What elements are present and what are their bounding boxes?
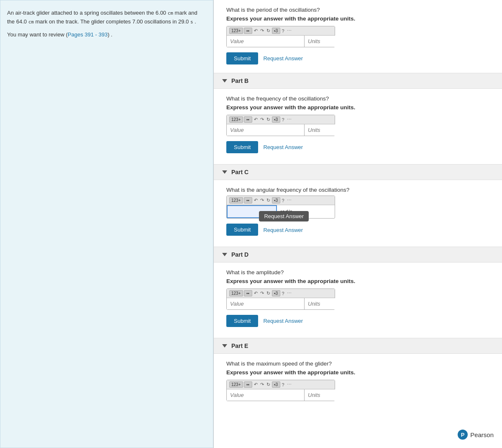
toolbar-question-icon[interactable]: ? bbox=[281, 28, 285, 34]
toolbar-123-btn[interactable]: 123+ bbox=[229, 28, 243, 34]
toolbar-b-123-btn[interactable]: 123+ bbox=[229, 116, 243, 123]
toolbar-b-icon-btn[interactable]: ▪▪ bbox=[244, 116, 252, 123]
toolbar-e-undo-icon[interactable]: ↶ bbox=[253, 381, 259, 388]
part-e-arrow[interactable] bbox=[222, 344, 227, 348]
part-a-value-input[interactable] bbox=[227, 36, 305, 47]
toolbar-c-123-btn[interactable]: 123+ bbox=[229, 197, 243, 203]
toolbar-d-matrix-btn[interactable]: ▪3 bbox=[272, 290, 280, 296]
toolbar-c-question-icon[interactable]: ? bbox=[281, 198, 285, 203]
toolbar-refresh-icon[interactable]: ↻ bbox=[266, 28, 271, 34]
part-d-title: Part D bbox=[231, 251, 248, 258]
toolbar-b-undo-icon[interactable]: ↶ bbox=[253, 116, 259, 123]
toolbar-e-refresh-icon[interactable]: ↻ bbox=[266, 381, 271, 388]
part-a-express: Express your answer with the appropriate… bbox=[226, 15, 489, 22]
problem-text: An air-track glider attached to a spring… bbox=[7, 10, 166, 16]
pearson-circle-icon: P bbox=[458, 430, 468, 440]
toolbar-e-123-btn[interactable]: 123+ bbox=[229, 381, 243, 388]
toolbar-redo-icon[interactable]: ↷ bbox=[259, 28, 265, 34]
toolbar-d-redo-icon[interactable]: ↷ bbox=[259, 290, 265, 296]
toolbar-c-refresh-icon[interactable]: ↻ bbox=[266, 197, 271, 203]
toolbar-b-question-icon[interactable]: ? bbox=[281, 117, 285, 123]
toolbar-d-123-btn[interactable]: 123+ bbox=[229, 290, 243, 296]
toolbar-e-ellipsis-icon[interactable]: ⋯ bbox=[286, 381, 292, 388]
toolbar-e-icon-btn[interactable]: ▪▪ bbox=[244, 381, 252, 388]
part-a-submit-btn[interactable]: Submit bbox=[226, 52, 258, 64]
toolbar-b-redo-icon[interactable]: ↷ bbox=[259, 116, 265, 123]
toolbar-c-icon-btn[interactable]: ▪▪ bbox=[244, 197, 252, 203]
toolbar-undo-icon[interactable]: ↶ bbox=[253, 28, 259, 34]
part-d-submit-btn[interactable]: Submit bbox=[226, 315, 258, 327]
part-d-arrow[interactable] bbox=[222, 253, 227, 256]
toolbar-d-undo-icon[interactable]: ↶ bbox=[253, 290, 259, 296]
part-d-request-link[interactable]: Request Answer bbox=[263, 318, 303, 324]
part-d-value-input[interactable] bbox=[227, 298, 305, 309]
toolbar-d-ellipsis-icon[interactable]: ⋯ bbox=[286, 290, 292, 296]
part-b-header: Part B bbox=[214, 73, 502, 89]
part-b-toolbar: 123+ ▪▪ ↶ ↷ ↻ ▪3 ? ⋯ bbox=[227, 115, 335, 124]
toolbar-d-question-icon[interactable]: ? bbox=[281, 291, 285, 296]
toolbar-b-matrix-btn[interactable]: ▪3 bbox=[272, 116, 280, 123]
review-end: ) . bbox=[108, 31, 113, 38]
part-c-single-row: rad/s bbox=[227, 205, 335, 218]
right-panel: What is the period of the oscillations? … bbox=[214, 0, 502, 448]
part-b-question: What is the frequency of the oscillation… bbox=[226, 95, 489, 102]
part-a-units-input[interactable] bbox=[305, 36, 382, 47]
unit-cm-2: cm bbox=[28, 19, 34, 25]
part-e-title: Part E bbox=[231, 342, 248, 349]
part-a-request-link[interactable]: Request Answer bbox=[263, 55, 303, 62]
toolbar-e-redo-icon[interactable]: ↷ bbox=[259, 381, 265, 388]
part-c-submit-btn[interactable]: Submit bbox=[226, 224, 258, 236]
problem-panel: An air-track glider attached to a spring… bbox=[0, 0, 213, 448]
part-b-content: What is the frequency of the oscillation… bbox=[214, 89, 502, 164]
toolbar-c-matrix-btn[interactable]: ▪3 bbox=[272, 197, 280, 203]
part-c-header: Part C bbox=[214, 164, 502, 180]
toolbar-b-refresh-icon[interactable]: ↻ bbox=[266, 116, 271, 123]
toolbar-d-refresh-icon[interactable]: ↻ bbox=[266, 290, 271, 296]
toolbar-matrix-btn[interactable]: ▪3 bbox=[272, 28, 280, 34]
review-link[interactable]: Pages 391 - 393 bbox=[68, 31, 108, 38]
part-b-submit-btn[interactable]: Submit bbox=[226, 141, 258, 153]
pearson-logo: P Pearson bbox=[458, 430, 494, 440]
part-e-units-input[interactable] bbox=[305, 389, 382, 401]
part-b-request-link[interactable]: Request Answer bbox=[263, 144, 303, 150]
part-c-title: Part C bbox=[231, 169, 248, 175]
toolbar-e-matrix-btn[interactable]: ▪3 bbox=[272, 381, 280, 388]
toolbar-b-ellipsis-icon[interactable]: ⋯ bbox=[286, 116, 292, 123]
period-end: . bbox=[195, 18, 196, 25]
unit-cm-1: cm bbox=[168, 10, 173, 16]
part-a-submit-area: Submit Request Answer bbox=[226, 52, 489, 64]
part-a-question: What is the period of the oscillations? bbox=[226, 7, 489, 13]
unit-s: s bbox=[190, 19, 193, 25]
part-b-value-input[interactable] bbox=[227, 124, 305, 136]
toolbar-c-redo-icon[interactable]: ↷ bbox=[259, 197, 265, 203]
toolbar-icon-btn-1[interactable]: ▪▪ bbox=[244, 28, 252, 34]
part-e-header: Part E bbox=[214, 338, 502, 354]
part-e-toolbar: 123+ ▪▪ ↶ ↷ ↻ ▪3 ? ⋯ bbox=[227, 380, 335, 389]
part-a-top-question: What is the period of the oscillations? … bbox=[214, 0, 502, 73]
part-b-arrow[interactable] bbox=[222, 79, 227, 82]
part-c-value-input[interactable] bbox=[227, 205, 277, 218]
part-e-fields bbox=[227, 389, 335, 401]
part-e-value-input[interactable] bbox=[227, 389, 305, 401]
part-d-input-container: 123+ ▪▪ ↶ ↷ ↻ ▪3 ? ⋯ bbox=[226, 288, 335, 310]
toolbar-d-icon-btn[interactable]: ▪▪ bbox=[244, 290, 252, 296]
part-c-question: What is the angular frequency of the osc… bbox=[226, 187, 489, 193]
part-e-content: What is the maximum speed of the glider?… bbox=[214, 354, 502, 410]
toolbar-e-question-icon[interactable]: ? bbox=[281, 382, 285, 388]
part-b-units-input[interactable] bbox=[305, 124, 382, 136]
toolbar-ellipsis-icon[interactable]: ⋯ bbox=[286, 28, 292, 34]
part-b-express: Express your answer with the appropriate… bbox=[226, 104, 489, 111]
part-d-fields bbox=[227, 298, 335, 309]
review-text: You may want to review ( bbox=[7, 31, 68, 38]
toolbar-c-ellipsis-icon[interactable]: ⋯ bbox=[286, 197, 292, 203]
part-c-arrow[interactable] bbox=[222, 170, 227, 174]
part-e-question: What is the maximum speed of the glider? bbox=[226, 360, 489, 367]
part-d-express: Express your answer with the appropriate… bbox=[226, 278, 489, 284]
part-c-input-container: 123+ ▪▪ ↶ ↷ ↻ ▪3 ? ⋯ rad/s bbox=[226, 196, 335, 219]
toolbar-c-undo-icon[interactable]: ↶ bbox=[253, 197, 259, 203]
part-d-units-input[interactable] bbox=[305, 298, 382, 309]
part-c-request-link[interactable]: Request Answer bbox=[263, 227, 303, 233]
part-a-input-container: 123+ ▪▪ ↶ ↷ ↻ ▪3 ? ⋯ bbox=[226, 26, 335, 47]
pearson-label: Pearson bbox=[470, 431, 494, 438]
part-c-toolbar: 123+ ▪▪ ↶ ↷ ↻ ▪3 ? ⋯ bbox=[227, 196, 335, 205]
